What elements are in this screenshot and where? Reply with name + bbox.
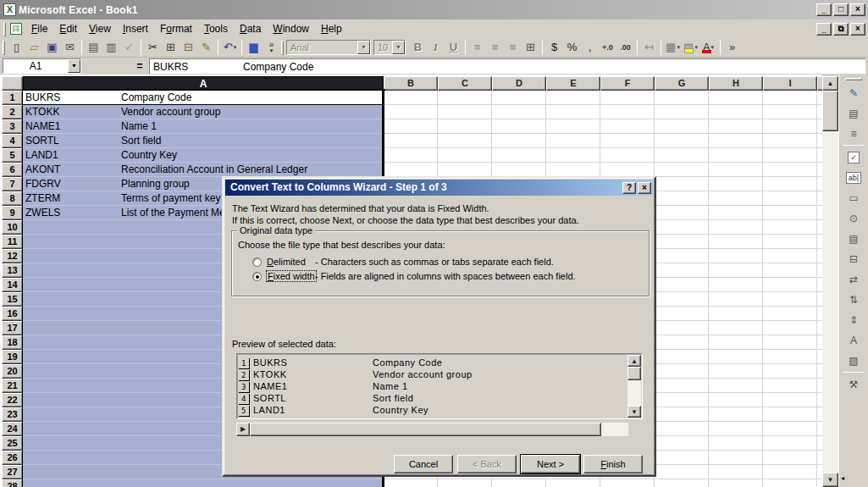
row-header-25[interactable]: 25 [2, 436, 23, 451]
cancel-button[interactable]: Cancel [394, 455, 453, 473]
row-header-17[interactable]: 17 [2, 321, 23, 335]
command-button-icon[interactable]: ▭ [843, 189, 864, 207]
scroll-down-icon[interactable]: ▼ [628, 406, 641, 418]
row-header-14[interactable]: 14 [2, 278, 23, 292]
chevron-down-icon[interactable]: ▼ [357, 41, 370, 54]
print-icon[interactable]: ▤ [85, 39, 102, 56]
properties-icon[interactable]: ▤ [843, 104, 864, 122]
copy-icon[interactable]: ⊞ [162, 39, 180, 56]
menu-insert[interactable]: Insert [117, 20, 154, 37]
column-header-i[interactable]: I [763, 76, 817, 91]
fixed-width-radio[interactable] [252, 272, 262, 281]
delimited-radio[interactable] [252, 257, 262, 267]
column-header-h[interactable]: H [709, 76, 763, 91]
row-header-21[interactable]: 21 [2, 379, 23, 393]
scroll-right-icon[interactable]: ▶ [236, 423, 250, 436]
scrollbar-icon[interactable]: ⇕ [843, 311, 864, 329]
new-document-icon[interactable]: ▯ [8, 39, 25, 56]
row-header-7[interactable]: 7 [2, 177, 23, 191]
data-preview-box[interactable]: 1BUKRSCompany Code2KTOKKVendor account g… [236, 353, 643, 419]
cut-icon[interactable]: ✂ [144, 39, 162, 56]
format-painter-icon[interactable]: ✎ [197, 39, 215, 56]
option-button-icon[interactable]: ⊙ [843, 209, 864, 227]
workbook-close-button[interactable]: × [850, 23, 865, 36]
row-header-28[interactable]: 28 [2, 479, 23, 487]
label-icon[interactable]: A [843, 331, 864, 349]
row-header-12[interactable]: 12 [2, 249, 23, 263]
menu-file[interactable]: File [25, 20, 53, 37]
chevron-down-icon[interactable]: ▼ [392, 41, 405, 54]
bold-button[interactable]: B [409, 39, 427, 56]
fill-color-button[interactable]: ▨▾ [682, 39, 699, 56]
view-code-icon[interactable]: ≡ [843, 125, 864, 142]
scroll-down-icon[interactable]: ▼ [822, 473, 838, 487]
row-header-2[interactable]: 2 [2, 105, 23, 119]
scroll-up-icon[interactable]: ▲ [628, 355, 641, 367]
listbox-icon[interactable]: ▤ [843, 230, 864, 247]
row-header-20[interactable]: 20 [2, 364, 23, 379]
row-header-18[interactable]: 18 [2, 335, 23, 350]
currency-button[interactable]: $ [545, 39, 563, 56]
spelling-icon[interactable]: ✓ [120, 39, 138, 56]
finish-button[interactable]: Finish [583, 455, 643, 473]
close-icon[interactable]: × [638, 182, 651, 194]
decrease-decimal-button[interactable]: .00 [616, 39, 634, 56]
underline-button[interactable]: U [445, 39, 462, 56]
row-header-19[interactable]: 19 [2, 350, 23, 364]
italic-button[interactable]: I [427, 39, 445, 56]
back-button[interactable]: < Back [457, 455, 517, 473]
name-box[interactable]: A1 ▼ [3, 58, 81, 74]
chart-wizard-icon[interactable]: ▆ [245, 39, 263, 56]
menu-edit[interactable]: Edit [53, 20, 83, 37]
spin-button-icon[interactable]: ⇅ [843, 291, 864, 308]
next-button[interactable]: Next > [521, 455, 580, 473]
formula-input[interactable]: BUKRSCompany Code [149, 58, 865, 74]
borders-button[interactable]: ▦▾ [664, 39, 682, 56]
formatting-toolbar-grip[interactable] [281, 41, 284, 55]
preview-horizontal-scrollbar[interactable]: ◀ ▶ [236, 423, 628, 436]
more-controls-icon[interactable]: ⚒ [843, 375, 864, 393]
help-icon[interactable]: ? [622, 182, 636, 194]
combobox-icon[interactable]: ⊟ [843, 250, 864, 268]
row-header-11[interactable]: 11 [2, 235, 23, 249]
row-header-1[interactable]: 1 [2, 91, 23, 105]
hide-toolbar-arrow-icon[interactable]: ◂ [841, 474, 844, 482]
fixed-width-radio-row[interactable]: Fixed width - Fields are aligned in colu… [252, 270, 576, 282]
open-folder-icon[interactable]: ▱ [25, 39, 43, 56]
select-all-corner[interactable] [2, 76, 23, 91]
scrollbar-thumb[interactable] [250, 423, 601, 436]
menu-view[interactable]: View [83, 20, 117, 37]
align-center-button[interactable]: ≡ [486, 39, 504, 56]
row-header-13[interactable]: 13 [2, 263, 23, 278]
menu-data[interactable]: Data [234, 20, 267, 37]
dialog-title-bar[interactable]: Convert Text to Columns Wizard - Step 1 … [225, 180, 653, 196]
sheet-vertical-scrollbar[interactable]: ▲ ▼ [822, 76, 838, 487]
merge-center-button[interactable]: ⊞ [522, 39, 539, 56]
minimize-button[interactable]: _ [816, 3, 832, 16]
mail-icon[interactable]: ✉ [61, 39, 79, 56]
row-header-26[interactable]: 26 [2, 451, 23, 465]
column-header-e[interactable]: E [546, 76, 600, 91]
menu-format[interactable]: Format [154, 20, 198, 37]
workbook-minimize-button[interactable]: _ [816, 23, 832, 36]
column-header-c[interactable]: C [438, 76, 492, 91]
scrollbar-thumb[interactable] [628, 367, 641, 380]
close-button[interactable]: × [850, 3, 865, 16]
row-header-22[interactable]: 22 [2, 393, 23, 407]
menu-tools[interactable]: Tools [198, 20, 234, 37]
more-buttons-chevron[interactable]: » [723, 39, 741, 56]
align-right-button[interactable]: ≡ [504, 39, 522, 56]
undo-icon[interactable]: ↶▾ [221, 39, 239, 56]
row-header-15[interactable]: 15 [2, 292, 23, 307]
standard-toolbar-grip[interactable] [3, 41, 5, 55]
preview-vertical-scrollbar[interactable]: ▲ ▼ [628, 355, 641, 418]
checkbox-icon[interactable]: ✓ [843, 148, 864, 166]
toolbox-grip[interactable] [845, 78, 862, 80]
name-box-dropdown-icon[interactable]: ▼ [68, 59, 80, 73]
row-header-23[interactable]: 23 [2, 407, 23, 422]
maximize-button[interactable]: □ [833, 3, 849, 16]
equals-button[interactable]: = [132, 59, 147, 73]
design-mode-icon[interactable]: ✎ [843, 84, 864, 102]
column-header-g[interactable]: G [655, 76, 709, 91]
cell-a2[interactable]: KTOKKVendor account group [23, 105, 384, 119]
